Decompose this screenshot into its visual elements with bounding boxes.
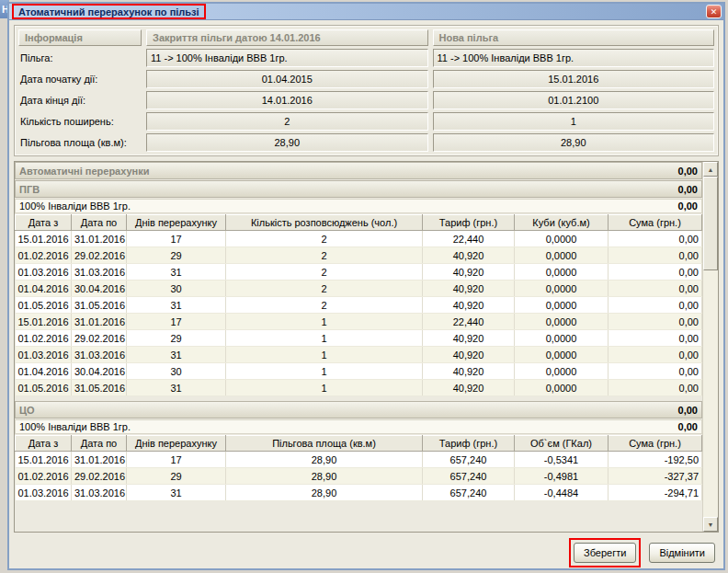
section-co[interactable]: ЦО 0,00: [15, 401, 702, 418]
scrollbar-thumb[interactable]: [703, 177, 718, 270]
table-cell: 1: [226, 314, 423, 330]
table-cell: 31: [127, 264, 226, 281]
table-row[interactable]: 15.01.201631.01.20161728,90657,240-0,534…: [16, 452, 702, 468]
table-cell: 31: [127, 380, 226, 396]
table-row[interactable]: 01.03.201631.03.20163128,90657,240-0,448…: [16, 485, 702, 501]
vertical-scrollbar[interactable]: ▲ ▼: [702, 162, 718, 532]
footer: Зберегти Відмінити: [14, 533, 719, 567]
cancel-button[interactable]: Відмінити: [649, 543, 715, 563]
dialog-body: Інформація Закриття пільги датою 14.01.2…: [9, 20, 723, 568]
column-header[interactable]: Куби (куб.м): [515, 215, 609, 231]
table-cell: 31.03.2016: [72, 347, 127, 363]
close-icon: ✕: [711, 7, 718, 17]
table-cell: 40,920: [423, 330, 515, 347]
info-header-closed-benefit: Закриття пільги датою 14.01.2016: [146, 29, 428, 46]
section-pgv[interactable]: ПГВ 0,00: [15, 180, 702, 198]
table-cell: 0,0000: [515, 247, 609, 264]
table-cell: 31.01.2016: [72, 231, 127, 247]
column-header[interactable]: Сума (грн.): [609, 215, 702, 231]
field-old-spread-count: 2: [146, 112, 428, 131]
table-cell: 40,920: [423, 347, 515, 363]
column-header[interactable]: Тариф (грн.): [423, 436, 515, 452]
table-cell: 28,90: [226, 452, 423, 468]
table-cell: 01.03.2016: [16, 485, 72, 501]
section-pgv-title: ПГВ: [19, 184, 40, 195]
table-cell: 15.01.2016: [16, 231, 72, 247]
section-co-title: ЦО: [19, 405, 35, 416]
section-auto-recalcs[interactable]: Автоматичні перерахунки 0,00: [15, 162, 702, 179]
table-cell: 01.04.2016: [16, 281, 72, 297]
table-cell: 31.05.2016: [72, 297, 127, 314]
table-cell: 0,00: [609, 363, 702, 380]
table-cell: 31: [127, 297, 226, 314]
field-label-benefit: Пільга:: [18, 49, 142, 67]
field-new-benefit-area: 28,90: [433, 133, 715, 152]
table-row[interactable]: 01.04.201630.04.201630140,9200,00000,00: [16, 363, 702, 380]
table-cell: 01.02.2016: [16, 247, 72, 264]
table-row[interactable]: 01.02.201629.02.201629140,9200,00000,00: [16, 330, 702, 347]
column-header[interactable]: Сума (грн.): [609, 436, 702, 452]
subsection-co-total: 0,00: [678, 421, 698, 432]
scroll-down-button[interactable]: ▼: [703, 517, 718, 532]
pgv-header-row: Дата зДата поДнів перерахункуКількість р…: [16, 215, 702, 231]
table-row[interactable]: 15.01.201631.01.201617122,4400,00000,00: [16, 314, 702, 330]
table-cell: 2: [226, 264, 423, 281]
table-cell: -0,4484: [515, 485, 609, 501]
field-old-start-date: 01.04.2015: [146, 70, 428, 88]
save-button[interactable]: Зберегти: [574, 543, 636, 563]
title-bar[interactable]: Атоматичний перерахунок по пільзі ✕: [9, 4, 723, 20]
table-cell: 01.05.2016: [16, 297, 72, 314]
table-cell: 29: [127, 330, 226, 347]
table-row[interactable]: 01.03.201631.03.201631140,9200,00000,00: [16, 347, 702, 363]
table-cell: 31: [127, 347, 226, 363]
column-header[interactable]: Дата по: [72, 436, 127, 452]
column-header[interactable]: Тариф (грн.): [423, 215, 515, 231]
table-cell: 0,00: [609, 314, 702, 330]
co-header-row: Дата зДата поДнів перерахункуПільгова пл…: [16, 436, 702, 452]
field-old-end-date: 14.01.2016: [146, 91, 428, 109]
column-header[interactable]: Кількість розповсюджень (чол.): [226, 215, 423, 231]
column-header[interactable]: Дата по: [72, 215, 127, 231]
table-cell: 01.04.2016: [16, 363, 72, 380]
table-cell: 0,0000: [515, 363, 609, 380]
table-cell: -327,37: [609, 468, 702, 485]
table-row[interactable]: 01.05.201631.05.201631140,9200,00000,00: [16, 380, 702, 396]
subsection-pgv-title: 100% Інваліди ВВВ 1гр.: [19, 201, 131, 212]
table-row[interactable]: 01.04.201630.04.201630240,9200,00000,00: [16, 281, 702, 297]
column-header[interactable]: Дата з: [16, 436, 72, 452]
column-header[interactable]: Днів перерахунку: [127, 436, 226, 452]
recalc-content: Автоматичні перерахунки 0,00 ПГВ 0,00 10…: [15, 162, 702, 532]
column-header[interactable]: Днів перерахунку: [127, 215, 226, 231]
table-row[interactable]: 01.02.201629.02.201629240,9200,00000,00: [16, 247, 702, 264]
table-cell: 31.03.2016: [72, 264, 127, 281]
table-cell: 0,00: [609, 247, 702, 264]
table-cell: 17: [127, 231, 226, 247]
table-cell: 1: [226, 347, 423, 363]
table-cell: 657,240: [423, 468, 515, 485]
table-cell: 29.02.2016: [72, 468, 127, 485]
table-row[interactable]: 01.02.201629.02.20162928,90657,240-0,498…: [16, 468, 702, 485]
table-cell: 0,0000: [515, 330, 609, 347]
column-header[interactable]: Дата з: [16, 215, 72, 231]
table-cell: 15.01.2016: [16, 452, 72, 468]
table-cell: 0,0000: [515, 314, 609, 330]
scroll-up-button[interactable]: ▲: [703, 162, 718, 177]
column-header[interactable]: Пільгова площа (кв.м): [226, 436, 423, 452]
desktop: Н Атоматичний перерахунок по пільзі ✕ Ін…: [0, 0, 728, 573]
table-cell: 1: [226, 330, 423, 347]
subsection-pgv-total: 0,00: [678, 201, 698, 212]
table-row[interactable]: 15.01.201631.01.201617222,4400,00000,00: [16, 231, 702, 247]
table-cell: 17: [127, 452, 226, 468]
column-header[interactable]: Об`єм (ГКал): [515, 436, 609, 452]
scrollbar-track[interactable]: [703, 270, 718, 517]
table-row[interactable]: 01.05.201631.05.201631240,9200,00000,00: [16, 297, 702, 314]
co-table: Дата зДата поДнів перерахункуПільгова пл…: [15, 435, 702, 501]
table-cell: 28,90: [226, 468, 423, 485]
table-cell: 31: [127, 485, 226, 501]
table-row[interactable]: 01.03.201631.03.201631240,9200,00000,00: [16, 264, 702, 281]
table-cell: 30.04.2016: [72, 363, 127, 380]
table-cell: 29: [127, 468, 226, 485]
info-panel: Інформація Закриття пільги датою 14.01.2…: [14, 25, 719, 156]
close-button[interactable]: ✕: [706, 5, 722, 18]
table-cell: 0,00: [609, 264, 702, 281]
